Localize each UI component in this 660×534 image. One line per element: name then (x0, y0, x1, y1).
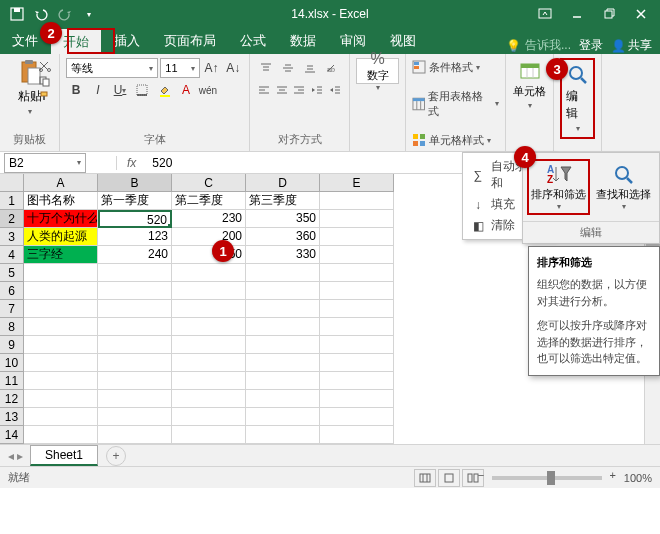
cell[interactable]: 第三季度 (246, 192, 320, 210)
cell[interactable] (98, 408, 172, 426)
cell[interactable]: 360 (246, 228, 320, 246)
cell[interactable]: 330 (246, 246, 320, 264)
cell[interactable]: 十万个为什么 (24, 210, 98, 228)
cell[interactable]: 三字经 (24, 246, 98, 264)
row-header[interactable]: 11 (0, 372, 24, 390)
cell[interactable] (246, 264, 320, 282)
save-button[interactable] (6, 3, 28, 25)
sheet-tab[interactable]: Sheet1 (30, 445, 98, 466)
row-header[interactable]: 1 (0, 192, 24, 210)
row-header[interactable]: 4 (0, 246, 24, 264)
name-box[interactable]: B2▾ (4, 153, 86, 173)
tab-layout[interactable]: 页面布局 (152, 28, 228, 54)
cell[interactable] (98, 336, 172, 354)
align-bottom-button[interactable] (300, 58, 320, 78)
redo-button[interactable] (54, 3, 76, 25)
cell[interactable] (98, 354, 172, 372)
cell[interactable] (24, 264, 98, 282)
cell[interactable] (246, 282, 320, 300)
underline-button[interactable]: U▾ (110, 80, 130, 100)
row-header[interactable]: 9 (0, 336, 24, 354)
cell[interactable] (172, 408, 246, 426)
cell[interactable] (172, 318, 246, 336)
col-header[interactable]: A (24, 174, 98, 192)
zoom-level[interactable]: 100% (624, 472, 652, 484)
cell[interactable] (320, 228, 394, 246)
cell[interactable]: 第一季度 (98, 192, 172, 210)
cell-style-button[interactable]: 单元格样式▾ (412, 131, 499, 149)
conditional-format-button[interactable]: 条件格式▾ (412, 58, 499, 76)
share-button[interactable]: 👤 共享 (611, 37, 652, 54)
cell[interactable] (172, 372, 246, 390)
cell[interactable] (172, 300, 246, 318)
cell[interactable]: 350 (246, 210, 320, 228)
bold-button[interactable]: B (66, 80, 86, 100)
cell[interactable]: 520 (98, 210, 172, 228)
sheet-nav-arrows[interactable]: ◂ ▸ (8, 449, 23, 463)
cell[interactable] (320, 372, 394, 390)
copy-button[interactable] (38, 75, 56, 89)
font-name-select[interactable]: 等线▾ (66, 58, 158, 78)
minimize-button[interactable] (562, 2, 592, 26)
find-select-button[interactable]: 查找和选择 ▾ (592, 159, 655, 215)
cell[interactable] (24, 408, 98, 426)
row-header[interactable]: 7 (0, 300, 24, 318)
add-sheet-button[interactable]: + (106, 446, 126, 466)
tab-view[interactable]: 视图 (378, 28, 428, 54)
cell[interactable]: 250 (172, 246, 246, 264)
row-header[interactable]: 3 (0, 228, 24, 246)
normal-view-button[interactable] (414, 469, 436, 487)
tab-formula[interactable]: 公式 (228, 28, 278, 54)
fx-icon[interactable]: fx (116, 156, 146, 170)
cell[interactable] (246, 354, 320, 372)
cell[interactable]: 第二季度 (172, 192, 246, 210)
phonetic-button[interactable]: wén (198, 80, 218, 100)
sort-filter-button[interactable]: AZ 排序和筛选 ▾ (527, 159, 590, 215)
cell[interactable] (320, 300, 394, 318)
cell[interactable] (172, 336, 246, 354)
cell[interactable]: 图书名称 (24, 192, 98, 210)
cell[interactable] (320, 246, 394, 264)
border-button[interactable] (132, 80, 152, 100)
cell[interactable] (98, 264, 172, 282)
cell[interactable] (320, 426, 394, 444)
cell[interactable] (320, 192, 394, 210)
cell[interactable] (246, 318, 320, 336)
cell[interactable]: 123 (98, 228, 172, 246)
cell[interactable] (24, 372, 98, 390)
cell-grid[interactable]: 图书名称第一季度第二季度第三季度十万个为什么520230350人类的起源1232… (24, 192, 394, 444)
cell[interactable] (24, 426, 98, 444)
cell[interactable]: 230 (172, 210, 246, 228)
cell[interactable] (24, 336, 98, 354)
orientation-button[interactable]: ab (322, 58, 342, 78)
cell[interactable] (320, 408, 394, 426)
table-format-button[interactable]: 套用表格格式▾ (412, 95, 499, 113)
col-header[interactable]: E (320, 174, 394, 192)
restore-button[interactable] (594, 2, 624, 26)
row-header[interactable]: 6 (0, 282, 24, 300)
font-size-select[interactable]: 11▾ (160, 58, 199, 78)
row-header[interactable]: 14 (0, 426, 24, 444)
cell[interactable]: 人类的起源 (24, 228, 98, 246)
cell[interactable] (24, 300, 98, 318)
cell[interactable] (246, 390, 320, 408)
cut-button[interactable] (38, 60, 56, 74)
decrease-font-button[interactable]: A↓ (223, 58, 243, 78)
cell[interactable] (246, 408, 320, 426)
tab-data[interactable]: 数据 (278, 28, 328, 54)
row-header[interactable]: 13 (0, 408, 24, 426)
cell[interactable] (320, 210, 394, 228)
cell[interactable] (172, 264, 246, 282)
cells-button[interactable]: 单元格 ▾ (512, 58, 547, 110)
cell[interactable] (172, 426, 246, 444)
align-middle-button[interactable] (278, 58, 298, 78)
select-all-corner[interactable] (0, 174, 24, 192)
cell[interactable] (246, 300, 320, 318)
cell[interactable] (320, 318, 394, 336)
cell[interactable] (246, 426, 320, 444)
tell-me[interactable]: 💡 告诉我... (506, 37, 571, 54)
tab-insert[interactable]: 插入 (102, 28, 152, 54)
cell[interactable] (320, 336, 394, 354)
cell[interactable] (98, 390, 172, 408)
col-header[interactable]: D (246, 174, 320, 192)
